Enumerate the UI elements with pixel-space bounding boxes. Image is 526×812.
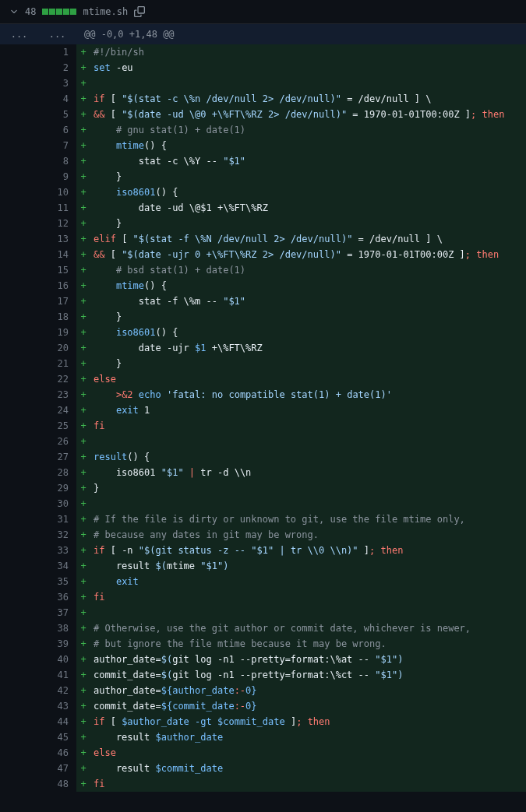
line-number[interactable]: 13 — [38, 231, 76, 247]
line-number[interactable]: 44 — [38, 714, 76, 729]
line-gutter[interactable]: 31 — [0, 511, 76, 527]
line-gutter[interactable]: 36 — [0, 589, 76, 605]
line-number[interactable]: 35 — [38, 574, 76, 589]
line-number[interactable]: 47 — [38, 761, 76, 776]
line-gutter[interactable]: 41 — [0, 667, 76, 683]
line-gutter[interactable]: 6 — [0, 122, 76, 138]
line-gutter[interactable]: 5 — [0, 107, 76, 122]
line-gutter[interactable]: 32 — [0, 527, 76, 543]
copy-path-icon[interactable] — [134, 6, 145, 17]
line-number[interactable]: 3 — [38, 76, 76, 91]
line-gutter[interactable]: 45 — [0, 729, 76, 745]
line-number[interactable]: 11 — [38, 200, 76, 216]
line-number[interactable]: 29 — [38, 480, 76, 496]
line-number[interactable]: 26 — [38, 434, 76, 449]
line-gutter[interactable]: 15 — [0, 262, 76, 278]
line-number[interactable]: 4 — [38, 91, 76, 107]
line-number[interactable]: 16 — [38, 278, 76, 294]
line-gutter[interactable]: 29 — [0, 480, 76, 496]
line-gutter[interactable]: 46 — [0, 745, 76, 761]
line-gutter[interactable]: 28 — [0, 465, 76, 480]
line-gutter[interactable]: 43 — [0, 698, 76, 714]
line-gutter[interactable]: 37 — [0, 605, 76, 620]
line-gutter[interactable]: 8 — [0, 153, 76, 169]
line-gutter[interactable]: 10 — [0, 185, 76, 200]
line-gutter[interactable]: 7 — [0, 138, 76, 153]
collapse-chevron-icon[interactable] — [9, 7, 19, 16]
file-name[interactable]: mtime.sh — [83, 6, 128, 17]
line-gutter[interactable]: 44 — [0, 714, 76, 729]
line-gutter[interactable]: 39 — [0, 636, 76, 652]
line-number[interactable]: 41 — [38, 667, 76, 683]
line-number[interactable]: 18 — [38, 309, 76, 325]
line-number[interactable]: 1 — [38, 44, 76, 60]
line-gutter[interactable]: 20 — [0, 340, 76, 356]
line-number[interactable]: 6 — [38, 122, 76, 138]
line-number[interactable]: 37 — [38, 605, 76, 620]
expand-icon[interactable]: ... — [38, 24, 76, 44]
line-number[interactable]: 38 — [38, 620, 76, 636]
line-number[interactable]: 27 — [38, 449, 76, 465]
line-gutter[interactable]: 23 — [0, 387, 76, 402]
line-gutter[interactable]: 22 — [0, 371, 76, 387]
line-number[interactable]: 12 — [38, 216, 76, 231]
line-gutter[interactable]: 13 — [0, 231, 76, 247]
line-number[interactable]: 7 — [38, 138, 76, 153]
line-gutter[interactable]: 34 — [0, 558, 76, 574]
line-number[interactable]: 32 — [38, 527, 76, 543]
line-gutter[interactable]: 18 — [0, 309, 76, 325]
line-number[interactable]: 39 — [38, 636, 76, 652]
line-number[interactable]: 17 — [38, 294, 76, 309]
line-number[interactable]: 31 — [38, 511, 76, 527]
line-number[interactable]: 25 — [38, 418, 76, 434]
line-gutter[interactable]: 1 — [0, 44, 76, 60]
line-gutter[interactable]: 19 — [0, 325, 76, 340]
line-number[interactable]: 43 — [38, 698, 76, 714]
line-number[interactable]: 23 — [38, 387, 76, 402]
line-number[interactable]: 48 — [38, 776, 76, 792]
line-number[interactable]: 15 — [38, 262, 76, 278]
line-gutter[interactable]: 4 — [0, 91, 76, 107]
line-number[interactable]: 36 — [38, 589, 76, 605]
line-gutter[interactable]: 30 — [0, 496, 76, 511]
line-number[interactable]: 14 — [38, 247, 76, 262]
line-number[interactable]: 30 — [38, 496, 76, 511]
line-number[interactable]: 21 — [38, 356, 76, 371]
line-number[interactable]: 28 — [38, 465, 76, 480]
line-gutter[interactable]: 35 — [0, 574, 76, 589]
line-gutter[interactable]: 26 — [0, 434, 76, 449]
line-gutter[interactable]: 38 — [0, 620, 76, 636]
line-number[interactable]: 46 — [38, 745, 76, 761]
line-number[interactable]: 2 — [38, 60, 76, 76]
line-number[interactable]: 19 — [38, 325, 76, 340]
line-gutter[interactable]: 12 — [0, 216, 76, 231]
line-gutter[interactable]: 16 — [0, 278, 76, 294]
line-number[interactable]: 40 — [38, 652, 76, 667]
line-gutter[interactable]: 27 — [0, 449, 76, 465]
line-gutter[interactable]: 9 — [0, 169, 76, 185]
line-gutter[interactable]: 11 — [0, 200, 76, 216]
line-number[interactable]: 33 — [38, 543, 76, 558]
line-gutter[interactable]: 3 — [0, 76, 76, 91]
line-gutter[interactable]: 17 — [0, 294, 76, 309]
line-number[interactable]: 22 — [38, 371, 76, 387]
line-number[interactable]: 20 — [38, 340, 76, 356]
expand-icon[interactable]: ... — [0, 24, 38, 44]
line-gutter[interactable]: 25 — [0, 418, 76, 434]
line-gutter[interactable]: 47 — [0, 761, 76, 776]
line-number[interactable]: 45 — [38, 729, 76, 745]
line-number[interactable]: 34 — [38, 558, 76, 574]
line-number[interactable]: 5 — [38, 107, 76, 122]
line-number[interactable]: 42 — [38, 683, 76, 698]
line-gutter[interactable]: 42 — [0, 683, 76, 698]
line-gutter[interactable]: 21 — [0, 356, 76, 371]
line-number[interactable]: 24 — [38, 402, 76, 418]
line-number[interactable]: 9 — [38, 169, 76, 185]
line-gutter[interactable]: 33 — [0, 543, 76, 558]
line-gutter[interactable]: 48 — [0, 776, 76, 792]
line-gutter[interactable]: 24 — [0, 402, 76, 418]
line-gutter[interactable]: 2 — [0, 60, 76, 76]
line-number[interactable]: 10 — [38, 185, 76, 200]
line-gutter[interactable]: 14 — [0, 247, 76, 262]
line-gutter[interactable]: 40 — [0, 652, 76, 667]
